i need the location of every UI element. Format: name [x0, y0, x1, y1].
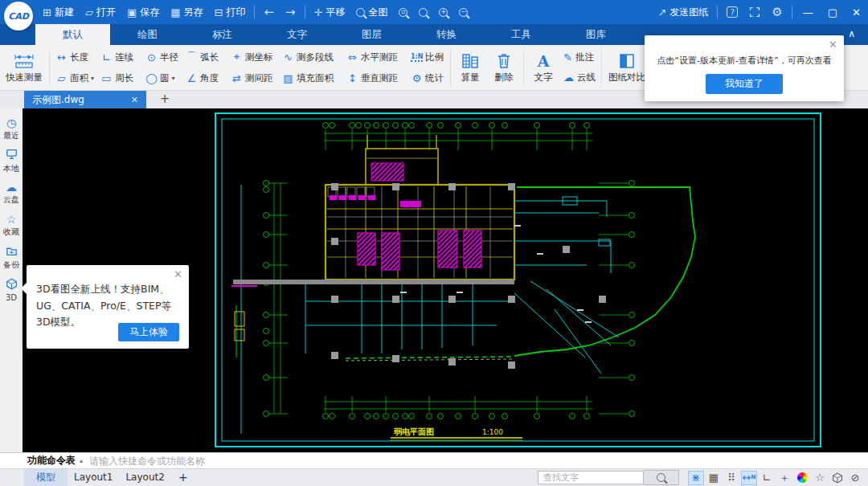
maximize-button[interactable]: ▢	[821, 0, 845, 24]
sidebar-item-favorites[interactable]: ☆ 收藏	[0, 210, 23, 242]
tab-close-icon[interactable]: ✕	[131, 95, 138, 105]
minimize-button[interactable]: —	[796, 0, 821, 24]
scale-button[interactable]: 1:N比例	[409, 51, 448, 63]
sidebar-item-local[interactable]: 本地	[0, 145, 23, 178]
zoom-window-button[interactable]: ▫	[393, 0, 413, 24]
zoom-in-button[interactable]: +	[433, 0, 453, 24]
3d-view-button[interactable]	[829, 471, 845, 485]
add-layout-button[interactable]: +	[171, 469, 195, 486]
sidebar-item-3d[interactable]: 3D	[0, 274, 23, 306]
open-button[interactable]: ▱ 打开	[80, 0, 121, 24]
separator	[305, 6, 305, 18]
measure-angle-button[interactable]: ∠角度	[184, 72, 229, 84]
popup-close-icon[interactable]: ✕	[829, 39, 837, 51]
layout-tab-model[interactable]: 模型	[24, 469, 68, 486]
measure-length-button[interactable]: ↔长度	[54, 51, 99, 63]
settings-button[interactable]: ⚙	[766, 0, 788, 24]
left-sidebar: ◷ 最近 本地 ☁ 云盘 ☆ 收藏 备份 3D	[0, 108, 23, 452]
grid-toggle[interactable]: ▦	[706, 471, 722, 485]
redo-button[interactable]: →	[280, 0, 301, 24]
new-button[interactable]: ⊞ 新建	[37, 0, 80, 24]
find-text-input[interactable]	[538, 471, 644, 484]
tab-layer[interactable]: 图层	[334, 24, 409, 45]
zoom-window-icon: ▫	[399, 8, 407, 17]
separator	[254, 6, 255, 18]
dot-grid-toggle[interactable]: ⠿	[723, 471, 739, 485]
help-button[interactable]: ?	[721, 0, 743, 24]
measure-polyline-button[interactable]: ∿测多段线	[280, 51, 345, 63]
sketch-mode-button[interactable]: ⊘	[847, 471, 863, 485]
measure-arc-button[interactable]: ⌒弧长	[184, 50, 229, 64]
popup-close-icon[interactable]: ✕	[174, 268, 182, 280]
ribbon-collapse-button[interactable]: ∧	[843, 24, 860, 45]
folder-backup-icon	[6, 246, 18, 258]
revision-cloud-button[interactable]: ☁云线	[560, 67, 599, 88]
tab-dimension[interactable]: 标注	[185, 24, 260, 45]
send-drawing-button[interactable]: ↗ 发送图纸	[652, 0, 714, 24]
statistics-button[interactable]: ⚙统计	[409, 72, 448, 84]
help-icon: ?	[727, 6, 738, 18]
zoom-out-button[interactable]: −	[453, 0, 473, 24]
search-icon	[657, 473, 665, 482]
color-wheel-icon	[797, 472, 808, 483]
save-as-button[interactable]: ▦ 另存	[165, 0, 208, 24]
tab-text[interactable]: 文字	[260, 24, 334, 45]
command-input[interactable]	[89, 455, 868, 467]
grid-icon: ▦	[709, 472, 719, 483]
quantity-takeoff-button[interactable]: 算量	[453, 47, 487, 88]
new-document-tab-button[interactable]: +	[154, 91, 175, 108]
sidebar-item-cloud[interactable]: ☁ 云盘	[0, 178, 23, 210]
layout-tab-layout1[interactable]: Layout1	[68, 469, 119, 486]
drawing-compare-button[interactable]: 图纸对比	[604, 47, 649, 88]
tab-draw[interactable]: 绘图	[110, 24, 185, 45]
sidebar-item-backup[interactable]: 备份	[0, 242, 23, 274]
got-it-button[interactable]: 我知道了	[706, 74, 783, 94]
star-icon: ☆	[6, 214, 17, 225]
separator	[523, 50, 524, 85]
measure-area-button[interactable]: ▱面积▾	[54, 72, 99, 84]
zoom-extents-button[interactable]: 全图	[350, 0, 393, 24]
zoom-scale-icon	[419, 8, 428, 17]
measure-vertical-button[interactable]: ↕垂直测距	[345, 72, 409, 84]
measure-spacing-button[interactable]: ⇄测间距	[229, 72, 280, 84]
try-now-button[interactable]: 马上体验	[118, 323, 179, 341]
delete-button[interactable]: 删除	[487, 47, 521, 88]
measure-scale-toggle[interactable]: ↔N	[741, 471, 757, 485]
cube-wireframe-icon	[832, 472, 843, 484]
measure-perimeter-button[interactable]: ▭周长	[99, 72, 144, 84]
annotate-button[interactable]: ✎批注	[560, 47, 599, 67]
save-button[interactable]: ▣ 保存	[121, 0, 165, 24]
command-table-label[interactable]: 功能命令表	[0, 454, 76, 468]
snap-icon: ⋇	[692, 472, 701, 483]
undo-button[interactable]: ←	[258, 0, 280, 24]
print-button[interactable]: ⊟ 打印	[209, 0, 252, 24]
quick-measure-button[interactable]: 快速测量	[2, 47, 47, 88]
measure-radius-button[interactable]: ⊙半径	[144, 51, 184, 63]
document-tab[interactable]: 示例图.dwg ✕	[24, 91, 146, 108]
background-color-button[interactable]	[794, 471, 810, 485]
measure-hatch-area-button[interactable]: ▨填充面积	[280, 72, 345, 84]
measure-horizontal-button[interactable]: ⇔水平测距	[345, 51, 409, 63]
fullscreen-button[interactable]	[743, 0, 766, 24]
tab-convert[interactable]: 转换	[409, 24, 484, 45]
find-text-button[interactable]	[644, 470, 679, 485]
crosshair-toggle[interactable]: ＋	[776, 471, 792, 485]
sidebar-item-recent[interactable]: ◷ 最近	[0, 113, 23, 145]
object-snap-toggle[interactable]: ⋇	[688, 471, 704, 485]
close-button[interactable]: ✕	[845, 0, 868, 24]
caret-up-icon[interactable]: ▴	[76, 457, 89, 464]
statistics-gear-icon: ⚙	[411, 72, 423, 84]
tab-library[interactable]: 图库	[559, 24, 633, 45]
tab-tools[interactable]: 工具	[484, 24, 559, 45]
ortho-toggle[interactable]: ∟	[759, 471, 775, 485]
layout-tab-layout2[interactable]: Layout2	[119, 469, 170, 486]
favorite-toggle[interactable]: ☆	[812, 471, 828, 485]
zoom-scale-button[interactable]	[413, 0, 433, 24]
measure-continuous-button[interactable]: ∟连续	[99, 51, 144, 63]
tab-default[interactable]: 默认	[35, 24, 110, 45]
separator	[450, 50, 451, 85]
measure-circle-button[interactable]: ◯圆▾	[144, 72, 184, 84]
pan-button[interactable]: ✛ 平移	[309, 0, 351, 24]
text-tool-button[interactable]: A 文字	[526, 47, 560, 88]
measure-coordinate-button[interactable]: ⌖测坐标	[229, 51, 280, 63]
